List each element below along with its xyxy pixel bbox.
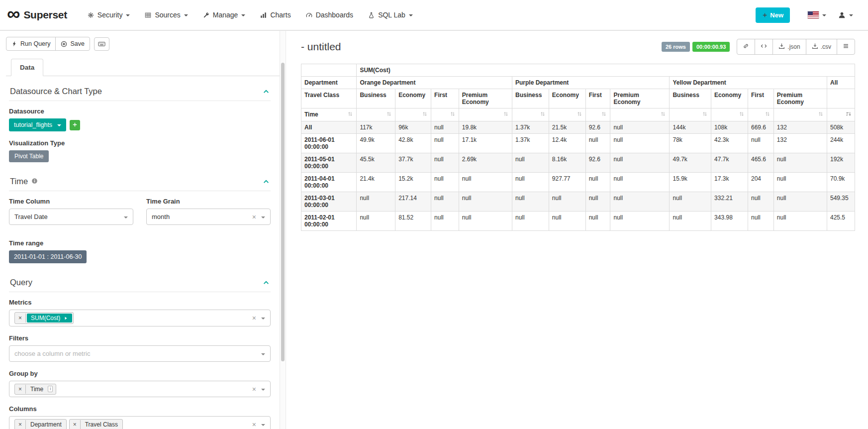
pivot-row-label: 2011-05-01 00:00:00 bbox=[301, 153, 357, 173]
time-section-header[interactable]: Time bbox=[9, 170, 271, 191]
nav-item-label: Sources bbox=[155, 11, 180, 19]
sort-icon[interactable] bbox=[818, 111, 824, 118]
caret-down-icon bbox=[126, 14, 130, 16]
section-time: Time Time Column Travel Date Time G bbox=[9, 170, 271, 263]
sort-icon[interactable] bbox=[577, 111, 582, 118]
chart-panel: - untitled 26 rows 00:00:00.93 .json bbox=[286, 31, 868, 429]
edit-datasource-button[interactable] bbox=[70, 120, 80, 130]
sort-icon[interactable] bbox=[601, 111, 607, 118]
remove-option-icon[interactable]: × bbox=[70, 420, 81, 429]
export-csv-button[interactable]: .csv bbox=[806, 39, 837, 55]
pivot-sort-header[interactable] bbox=[395, 108, 431, 121]
clear-icon[interactable]: × bbox=[252, 315, 256, 322]
pivot-cell: 132 bbox=[773, 134, 827, 153]
pivot-sort-header[interactable] bbox=[431, 108, 459, 121]
datasource-select[interactable]: tutorial_flights bbox=[9, 118, 66, 131]
pivot-sort-header[interactable] bbox=[459, 108, 512, 121]
time-range-value[interactable]: 2011-01-01 : 2011-06-30 bbox=[9, 250, 87, 263]
pivot-sort-header[interactable] bbox=[773, 108, 827, 121]
pivot-cell: 21.5k bbox=[549, 121, 585, 134]
columns-select[interactable]: ×Department×Travel Class × bbox=[9, 416, 271, 429]
sort-icon[interactable] bbox=[386, 111, 392, 118]
pivot-subcol-header: Business bbox=[512, 89, 549, 108]
nav-item-charts[interactable]: Charts bbox=[253, 0, 298, 30]
nav-item-manage[interactable]: Manage bbox=[195, 0, 253, 30]
pivot-cell: null bbox=[670, 192, 711, 212]
groupby-select[interactable]: ×Timei × bbox=[9, 381, 271, 397]
pivot-cell: null bbox=[773, 212, 827, 231]
pivot-table: SUM(Cost)DepartmentOrange DepartmentPurp… bbox=[301, 64, 855, 231]
pivot-sort-header[interactable] bbox=[748, 108, 773, 121]
new-button[interactable]: New bbox=[756, 7, 790, 23]
clear-icon[interactable]: × bbox=[252, 386, 256, 393]
sort-amount-icon[interactable] bbox=[846, 111, 852, 118]
keyboard-shortcuts-button[interactable] bbox=[94, 37, 109, 51]
pivot-sort-header[interactable] bbox=[827, 108, 855, 121]
left-panel-scrollbar[interactable] bbox=[280, 31, 286, 429]
remove-option-icon[interactable]: × bbox=[15, 385, 26, 394]
view-query-button[interactable] bbox=[755, 39, 773, 55]
pivot-sort-header[interactable] bbox=[585, 108, 610, 121]
time-column-select[interactable]: Travel Date bbox=[9, 209, 133, 225]
sort-icon[interactable] bbox=[422, 111, 428, 118]
scrollbar-thumb[interactable] bbox=[281, 63, 285, 361]
user-menu[interactable] bbox=[832, 11, 859, 19]
pivot-sort-header[interactable] bbox=[357, 108, 395, 121]
superset-logo[interactable]: ∞ Superset bbox=[7, 9, 67, 21]
pivot-cell: 332.21 bbox=[711, 192, 748, 212]
sort-icon[interactable] bbox=[347, 111, 353, 118]
query-section-header[interactable]: Query bbox=[9, 271, 271, 292]
remove-option-icon[interactable]: × bbox=[15, 420, 26, 429]
caret-down-icon bbox=[124, 216, 128, 218]
pivot-sort-header[interactable] bbox=[549, 108, 585, 121]
pivot-sort-header[interactable] bbox=[670, 108, 711, 121]
pivot-cell: 96k bbox=[395, 121, 431, 134]
clear-icon[interactable]: × bbox=[252, 214, 256, 220]
filters-select[interactable]: choose a column or metric bbox=[9, 345, 271, 362]
selected-option-department[interactable]: ×Department bbox=[14, 419, 67, 429]
control-tabs: Data bbox=[6, 59, 280, 76]
selected-option-sum-cost[interactable]: ×SUM(Cost) bbox=[14, 312, 74, 324]
sort-icon[interactable] bbox=[503, 111, 509, 118]
save-button[interactable]: Save bbox=[55, 37, 90, 51]
metrics-select[interactable]: ×SUM(Cost) × bbox=[9, 310, 271, 326]
caret-down-icon bbox=[261, 424, 265, 426]
pivot-row-dimension-header[interactable]: Time bbox=[301, 108, 357, 121]
sort-icon[interactable] bbox=[540, 111, 546, 118]
viz-type-value[interactable]: Pivot Table bbox=[9, 150, 49, 162]
pivot-sort-header[interactable] bbox=[610, 108, 670, 121]
nav-item-sql-lab[interactable]: SQL Lab bbox=[361, 0, 420, 30]
pivot-data-row: All117k96knull19.8k1.37k21.5k92.6null144… bbox=[301, 121, 855, 134]
selected-option-time[interactable]: ×Timei bbox=[14, 384, 56, 395]
filters-placeholder: choose a column or metric bbox=[14, 350, 257, 357]
nav-item-dashboards[interactable]: Dashboards bbox=[298, 0, 361, 30]
pivot-cell: null bbox=[610, 212, 670, 231]
pivot-cell: 108k bbox=[711, 121, 748, 134]
pivot-subcol-header: First bbox=[748, 89, 773, 108]
chart-title[interactable]: - untitled bbox=[301, 41, 341, 53]
run-query-button[interactable]: Run Query bbox=[6, 37, 56, 51]
language-selector[interactable] bbox=[802, 11, 832, 18]
sort-icon[interactable] bbox=[765, 111, 771, 118]
option-label: Travel Class bbox=[81, 420, 122, 429]
time-grain-select[interactable]: month × bbox=[146, 209, 271, 225]
share-link-button[interactable] bbox=[737, 39, 755, 55]
remove-option-icon[interactable]: × bbox=[15, 314, 26, 322]
datasource-section-header[interactable]: Datasource & Chart Type bbox=[9, 80, 271, 101]
metric-pill[interactable]: SUM(Cost) bbox=[27, 314, 72, 322]
sort-icon[interactable] bbox=[702, 111, 708, 118]
clear-icon[interactable]: × bbox=[252, 421, 256, 428]
pivot-cell: 927.77 bbox=[549, 173, 585, 192]
nav-item-sources[interactable]: Sources bbox=[137, 0, 195, 30]
selected-option-travel-class[interactable]: ×Travel Class bbox=[69, 419, 123, 429]
tab-data[interactable]: Data bbox=[11, 59, 43, 76]
chart-options-button[interactable] bbox=[837, 39, 855, 55]
pivot-sort-header[interactable] bbox=[711, 108, 748, 121]
pivot-sort-header[interactable] bbox=[512, 108, 549, 121]
pivot-cell: 1.37k bbox=[512, 134, 549, 153]
sort-icon[interactable] bbox=[739, 111, 745, 118]
nav-item-security[interactable]: Security bbox=[80, 0, 138, 30]
export-json-button[interactable]: .json bbox=[772, 39, 806, 55]
sort-icon[interactable] bbox=[660, 111, 666, 118]
sort-icon[interactable] bbox=[450, 111, 456, 118]
